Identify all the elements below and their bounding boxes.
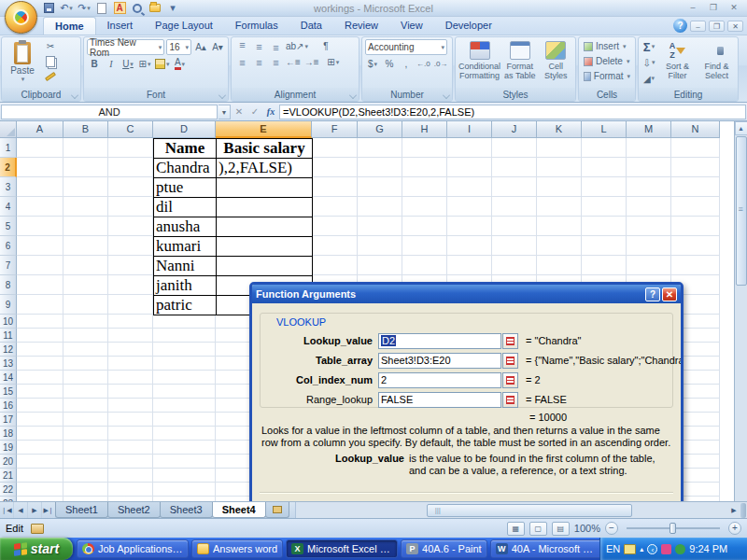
zoom-slider-thumb[interactable]	[669, 523, 676, 534]
cell-G2[interactable]	[358, 158, 402, 177]
cell-I6[interactable]	[447, 236, 492, 256]
cell-D13[interactable]	[153, 357, 216, 371]
cancel-entry-button[interactable]: ✕	[232, 105, 247, 119]
cell-A6[interactable]	[17, 236, 63, 256]
cell-K4[interactable]	[537, 197, 582, 217]
cell-A23[interactable]	[17, 497, 63, 501]
cell-N3[interactable]	[671, 177, 720, 197]
row-header-22[interactable]: 22	[0, 483, 17, 497]
autosum-button[interactable]: Σ▾	[641, 40, 656, 54]
orientation-button[interactable]: ab↗▾	[285, 39, 309, 53]
cell-F7[interactable]	[312, 256, 358, 275]
wrap-text-button[interactable]: ¶	[318, 39, 333, 53]
range-selector-button-col_index_num[interactable]	[502, 372, 518, 388]
row-header-23[interactable]: 23	[0, 497, 17, 501]
row-header-8[interactable]: 8	[0, 275, 17, 295]
cell-D21[interactable]	[153, 469, 216, 483]
font-name-select[interactable]: Times New Rom▾	[87, 39, 164, 55]
decrease-decimal-button[interactable]: .0→	[433, 57, 449, 71]
cell-B14[interactable]	[63, 371, 108, 385]
column-header-G[interactable]: G	[358, 121, 402, 138]
row-header-1[interactable]: 1	[0, 138, 17, 158]
row-header-19[interactable]: 19	[0, 441, 17, 455]
cell-C6[interactable]	[108, 236, 153, 256]
row-header-10[interactable]: 10	[0, 315, 17, 329]
row-header-17[interactable]: 17	[0, 413, 17, 427]
cell-N5[interactable]	[671, 217, 720, 236]
cell-C5[interactable]	[108, 217, 153, 236]
fill-button[interactable]: ⇩▾	[641, 56, 656, 70]
cell-I1[interactable]	[447, 138, 492, 158]
cell-A22[interactable]	[17, 483, 63, 497]
cell-K1[interactable]	[537, 138, 582, 158]
cell-styles-button[interactable]: Cell Styles	[540, 39, 572, 86]
cell-J1[interactable]	[492, 138, 537, 158]
cell-H4[interactable]	[402, 197, 447, 217]
row-header-14[interactable]: 14	[0, 371, 17, 385]
print-preview-button[interactable]	[130, 1, 145, 15]
row-header-20[interactable]: 20	[0, 455, 17, 469]
bold-button[interactable]: B	[87, 57, 102, 71]
cell-K3[interactable]	[537, 177, 582, 197]
align-right-button[interactable]: ≡	[268, 55, 283, 69]
cell-D23[interactable]	[153, 497, 216, 501]
cell-B16[interactable]	[63, 399, 108, 413]
cell-F2[interactable]	[312, 158, 358, 177]
cell-I5[interactable]	[447, 217, 492, 236]
macro-record-button[interactable]	[31, 524, 44, 534]
cell-L3[interactable]	[582, 177, 627, 197]
cell-C7[interactable]	[108, 256, 153, 275]
cell-L6[interactable]	[582, 236, 627, 256]
vertical-scroll-thumb[interactable]	[736, 136, 747, 286]
fill-color-button[interactable]: ▾	[154, 57, 171, 71]
cell-A13[interactable]	[17, 357, 63, 371]
grow-font-button[interactable]: A▴	[193, 40, 208, 54]
cell-D16[interactable]	[153, 399, 216, 413]
table-row-8-name-cell[interactable]: janith	[154, 276, 217, 296]
row-header-9[interactable]: 9	[0, 295, 17, 315]
cell-A10[interactable]	[17, 315, 63, 329]
cell-G5[interactable]	[358, 217, 402, 236]
align-left-button[interactable]: ≡	[234, 55, 249, 69]
keyboard-icon[interactable]	[624, 544, 636, 554]
cell-B18[interactable]	[63, 427, 108, 441]
cell-B13[interactable]	[63, 357, 108, 371]
conditional-formatting-button[interactable]: Conditional Formatting	[458, 39, 500, 86]
increase-decimal-button[interactable]: ←.0	[416, 57, 431, 71]
cell-D11[interactable]	[153, 329, 216, 343]
cell-B6[interactable]	[63, 236, 108, 256]
increase-indent-button[interactable]: →≡	[303, 55, 320, 69]
column-header-F[interactable]: F	[312, 121, 358, 138]
underline-button[interactable]: U▾	[120, 57, 135, 71]
column-header-L[interactable]: L	[582, 121, 627, 138]
cell-B4[interactable]	[63, 197, 108, 217]
cell-L7[interactable]	[582, 256, 627, 275]
cell-A5[interactable]	[17, 217, 63, 236]
cell-B17[interactable]	[63, 413, 108, 427]
cell-B22[interactable]	[63, 483, 108, 497]
row-header-21[interactable]: 21	[0, 469, 17, 483]
cell-F4[interactable]	[312, 197, 358, 217]
tab-insert[interactable]: Insert	[96, 17, 145, 35]
row-header-7[interactable]: 7	[0, 256, 17, 275]
cut-button[interactable]: ✂	[43, 39, 58, 53]
shrink-font-button[interactable]: A▾	[210, 40, 225, 54]
hide-icons-button[interactable]: ▴	[640, 545, 643, 553]
cell-C21[interactable]	[108, 469, 153, 483]
cell-B7[interactable]	[63, 256, 108, 275]
row-header-3[interactable]: 3	[0, 177, 17, 197]
range-selector-button-lookup_value[interactable]	[502, 333, 518, 349]
cell-C15[interactable]	[108, 385, 153, 399]
cell-M4[interactable]	[627, 197, 671, 217]
argument-input-table_array[interactable]: Sheet3!D3:E20	[378, 353, 501, 369]
cell-M1[interactable]	[627, 138, 671, 158]
cell-H2[interactable]	[402, 158, 447, 177]
cell-D15[interactable]	[153, 385, 216, 399]
zoom-in-button[interactable]: +	[728, 522, 741, 535]
cell-C14[interactable]	[108, 371, 153, 385]
cell-A16[interactable]	[17, 399, 63, 413]
column-header-K[interactable]: K	[537, 121, 582, 138]
cell-M3[interactable]	[627, 177, 671, 197]
cell-D20[interactable]	[153, 455, 216, 469]
cell-A2[interactable]	[17, 158, 63, 177]
